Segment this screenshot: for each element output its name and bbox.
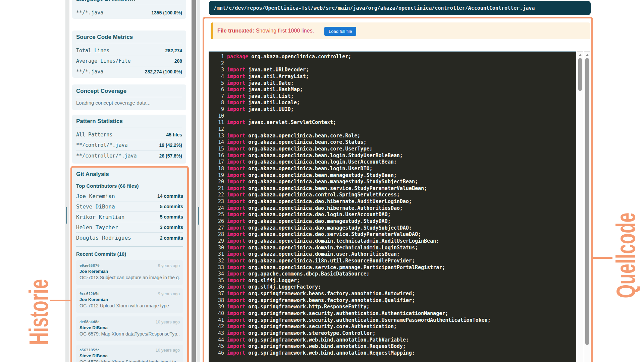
code-keyword: import [227, 350, 245, 356]
code-keyword: import [227, 291, 245, 297]
sidebar-right-scrollbar[interactable] [197, 0, 200, 362]
code-line: 6import java.util.HashMap; [209, 86, 576, 93]
line-number: 13 [209, 133, 224, 139]
git-analysis-highlight-box: Git Analysis Top Contributors (66 files)… [70, 166, 189, 362]
code-keyword: import [227, 146, 245, 152]
line-number: 45 [209, 343, 224, 350]
stat-label: **/control/*.java [76, 142, 128, 148]
code-scrollbar[interactable] [577, 51, 583, 362]
code-line: 22import org.akaza.openclinica.control.S… [209, 192, 576, 198]
git-analysis-card: Git Analysis Top Contributors (66 files)… [72, 168, 187, 362]
commit-author: Joe Keremian [79, 297, 180, 303]
stat-label: Joe Keremian [76, 193, 115, 199]
sidebar-right-scrollbar-thumb[interactable] [198, 207, 199, 225]
line-number: 21 [209, 185, 224, 192]
line-number: 5 [209, 80, 224, 87]
commit-hash: e9ae65070 [79, 263, 100, 268]
stat-label: Krikor Krumlian [76, 214, 125, 220]
stat-row: Helen Taycher3 commits [76, 222, 183, 233]
commit-message: OC-7013 Subject can capture an image in … [79, 275, 180, 281]
sidebar-left-scrollbar[interactable] [65, 0, 69, 362]
stat-row: Total Lines282,274 [76, 46, 182, 56]
pane-resizer[interactable] [192, 0, 196, 362]
code-line: 19import org.akaza.openclinica.bean.mana… [209, 172, 576, 179]
line-number: 20 [209, 179, 224, 185]
code-keyword: import [227, 119, 245, 125]
code-keyword: import [227, 245, 245, 251]
sidebar-left-scrollbar-thumb[interactable] [66, 207, 67, 224]
line-number: 14 [209, 139, 224, 146]
code-keyword: import [227, 218, 245, 224]
card-title: Pattern Statistics [76, 115, 182, 127]
code-line: 37import org.springframework.beans.facto… [209, 291, 576, 297]
code-line: 11import javax.servlet.ServletContext; [209, 119, 576, 126]
commit-hash: a563105fc [79, 348, 100, 352]
scroll-up-arrow-icon[interactable] [579, 54, 582, 56]
commit-age: 9 years ago [158, 292, 180, 296]
code-scrollbar-thumb[interactable] [578, 58, 582, 91]
commit-age: 10 years ago [156, 348, 180, 353]
code-keyword: import [227, 185, 245, 191]
line-number: 37 [209, 291, 224, 297]
code-viewer[interactable]: 1package org.akaza.openclinica.controlle… [209, 51, 576, 362]
line-number: 24 [209, 205, 224, 212]
stat-value: 2 commits [160, 235, 183, 241]
code-line: 39import org.springframework.http.Respon… [209, 304, 576, 310]
stat-row: **/*.java1355 (100.0%) [76, 7, 182, 18]
stat-row: **/controller/*.java26 (57.8%) [76, 150, 182, 161]
load-full-file-button[interactable]: Load full file [324, 27, 356, 36]
line-number: 25 [209, 212, 224, 218]
commit-card[interactable]: e9ae650709 years agoJoe Keremian OC-7013… [76, 260, 183, 285]
code-line: 40import org.springframework.security.au… [209, 310, 576, 317]
code-line: 7import java.util.List; [209, 93, 576, 100]
commit-card[interactable]: de68a4d8d10 years agoSteve DiBona OC-657… [76, 316, 183, 341]
file-path: /mnt/c/dev/repos/OpenClinica-fst/web/src… [214, 5, 535, 11]
line-number: 10 [209, 113, 224, 120]
commit-card[interactable]: 0cc612b5d9 years agoJoe Keremian OC-7012… [76, 288, 183, 313]
code-keyword: import [227, 133, 245, 139]
stat-row: **/control/*.java19 (42.2%) [76, 140, 182, 150]
truncated-message: File truncated: Showing first 1000 lines… [217, 28, 314, 34]
stat-value: 282,274 [165, 48, 182, 53]
code-keyword: import [227, 238, 245, 244]
code-line: 3import java.net.URLDecoder; [209, 67, 576, 73]
code-keyword: import [227, 231, 245, 237]
code-line: 16import org.akaza.openclinica.bean.logi… [209, 153, 576, 159]
line-number: 31 [209, 251, 224, 258]
scroll-up-arrow-icon[interactable] [586, 54, 589, 56]
code-keyword: import [227, 86, 245, 93]
line-number: 32 [209, 258, 224, 264]
code-line: 32import org.akaza.openclinica.i18n.util… [209, 258, 576, 264]
code-keyword: import [227, 198, 245, 204]
code-keyword: import [227, 153, 245, 159]
code-line: 34import org.apache.commons.dbcp.BasicDa… [209, 271, 576, 278]
stat-label: All Patterns [76, 132, 112, 138]
outer-scrollbar[interactable] [584, 51, 590, 362]
code-line: 24import org.akaza.openclinica.dao.hiber… [209, 205, 576, 212]
line-number: 3 [209, 67, 224, 73]
code-keyword: import [227, 271, 245, 277]
code-line: 12 [209, 126, 576, 133]
outer-scrollbar-thumb[interactable] [585, 58, 589, 345]
code-keyword: import [227, 179, 245, 185]
code-keyword: import [227, 225, 245, 231]
stat-label: Helen Taycher [76, 224, 118, 231]
stat-label: Steve DiBona [76, 203, 115, 210]
code-line: 10 [209, 113, 576, 120]
code-keyword: import [227, 159, 245, 165]
stat-value: 45 files [166, 132, 182, 137]
commit-message: OC-7012 Upload Xform with an image type [79, 303, 180, 309]
line-number: 2 [209, 60, 224, 67]
annotation-historie: Historie [29, 268, 49, 356]
code-line: 13import org.akaza.openclinica.bean.core… [209, 133, 576, 139]
code-keyword: import [227, 323, 245, 329]
line-number: 19 [209, 172, 224, 179]
commit-card[interactable]: a563105fc10 years agoSteve DiBona OC-657… [76, 345, 183, 362]
stat-label: **/controller/*.java [76, 153, 137, 159]
code-line: 30import org.akaza.openclinica.domain.te… [209, 245, 576, 251]
code-line: 15import org.akaza.openclinica.bean.core… [209, 146, 576, 153]
line-number: 27 [209, 225, 224, 232]
code-line: 2 [209, 60, 576, 67]
line-number: 40 [209, 310, 224, 317]
card-title: Source Code Metrics [76, 31, 182, 43]
